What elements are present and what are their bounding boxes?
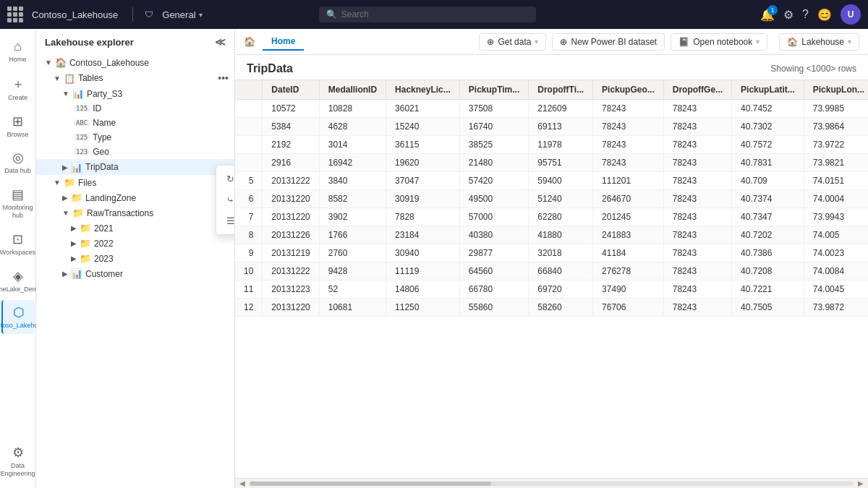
table-header-row: DateID MedallionID HackneyLic... PickupT…: [235, 80, 868, 100]
lakehouse-chevron: ▾: [848, 38, 851, 46]
tree-item-rawtransactions[interactable]: ▼ 📁 RawTransactions: [36, 205, 234, 221]
tree-item-2023[interactable]: ▶ 📁 2023: [36, 251, 234, 266]
get-data-button[interactable]: ⊕ Get data ▾: [479, 33, 546, 51]
table-cell: 37047: [386, 172, 460, 190]
table-cell: 111201: [593, 172, 664, 190]
tree-item-customer[interactable]: ▶ 📊 Customer: [36, 266, 234, 281]
tree-item-party-s3[interactable]: ▼ 📊 Party_S3: [36, 86, 234, 101]
sidebar-item-home[interactable]: ⌂ Home: [1, 35, 35, 68]
col-pickuptime[interactable]: PickupTim...: [459, 80, 528, 100]
table-cell: 78243: [593, 154, 664, 172]
tree-item-tables[interactable]: ▼ 📋 Tables •••: [36, 70, 234, 86]
table-row: 9201312192760309402987732018411847824340…: [235, 244, 868, 262]
sidebar-item-datahub[interactable]: ◎ Data hub: [1, 145, 35, 179]
tree-item-files[interactable]: ▼ 📁 Files: [36, 175, 234, 190]
table-cell: 74.0023: [804, 244, 868, 262]
table-row: 1220131220106811125055860582607670678243…: [235, 299, 868, 317]
col-pickuplon[interactable]: PickupLon...: [804, 80, 868, 100]
tree-item-landingzone[interactable]: ▶ 📁 LandingZone: [36, 190, 234, 205]
sidebar-item-workspaces[interactable]: ⊡ Workspaces: [1, 227, 35, 261]
table-cell: 64560: [459, 262, 528, 281]
table-cell: [235, 136, 263, 154]
settings-icon[interactable]: ⚙: [783, 8, 793, 22]
waffle-icon[interactable]: [7, 7, 23, 22]
col-hackney[interactable]: HackneyLic...: [386, 80, 460, 100]
table-container[interactable]: DateID MedallionID HackneyLic... PickupT…: [235, 80, 868, 478]
avatar[interactable]: U: [841, 4, 861, 25]
sidebar-item-onelake[interactable]: ◈ OneLake_Demo: [1, 264, 35, 298]
shield-icon: 🛡: [145, 9, 153, 20]
table-cell: 40.7208: [732, 262, 804, 281]
collapse-button[interactable]: ≪: [215, 36, 226, 48]
search-bar[interactable]: 🔍: [319, 7, 536, 22]
context-menu-properties[interactable]: ☰ Properties: [216, 210, 235, 231]
table-cell: 38525: [459, 136, 528, 154]
table-cell: 7: [235, 208, 263, 226]
notification-icon[interactable]: 🔔 1: [760, 8, 775, 22]
table-cell: 74.005: [804, 226, 868, 244]
year-2023-label: 2023: [94, 254, 229, 264]
year-2022-label: 2022: [94, 239, 229, 249]
2022-icon: 📁: [80, 238, 91, 249]
table-cell: 73.9985: [804, 100, 868, 118]
context-menu-new-shortcut[interactable]: ⤷ New shortcut: [216, 189, 235, 210]
scroll-right-arrow[interactable]: ▶: [858, 479, 864, 487]
tree-item-root[interactable]: ▼ 🏠 Contoso_Lakehouse: [36, 55, 234, 70]
files-label: Files: [78, 178, 229, 188]
table-cell: 15240: [386, 118, 460, 136]
table-cell: 78243: [663, 154, 731, 172]
new-powerbi-button[interactable]: ⊕ New Power BI dataset: [552, 33, 665, 51]
table-cell: 30940: [386, 244, 460, 262]
table-cell: 1766: [319, 226, 386, 244]
row-count: Showing <1000> rows: [770, 64, 856, 74]
tree-item-2021[interactable]: ▶ 📁 2021: [36, 221, 234, 236]
files-chevron: ▼: [54, 179, 61, 187]
table-cell: 37508: [459, 100, 528, 118]
col-pickupgeo[interactable]: PickupGeo...: [593, 80, 664, 100]
context-menu-refresh[interactable]: ↻ Refresh: [216, 168, 235, 189]
files-icon: 📁: [64, 177, 75, 188]
2021-chevron: ▶: [71, 224, 77, 232]
browse-icon: ⊞: [12, 114, 23, 129]
col-pickuplat[interactable]: PickupLatit...: [732, 80, 804, 100]
scroll-track[interactable]: [250, 481, 854, 486]
tree-item-field-geo: 123 Geo: [36, 145, 234, 159]
tab-home[interactable]: Home: [263, 33, 304, 51]
table-cell: 14806: [386, 281, 460, 299]
sidebar-item-create[interactable]: ＋ Create: [1, 71, 35, 106]
table-cell: 10828: [319, 100, 386, 118]
open-notebook-button[interactable]: 📓 Open notebook ▾: [671, 33, 767, 51]
table-row: 7201312203902782857000622802012457824340…: [235, 208, 868, 226]
col-medallionid[interactable]: MedallionID: [319, 80, 386, 100]
sidebar-item-dataeng[interactable]: ⚙ Data Engineering: [1, 440, 35, 482]
topbar-right: 🔔 1 ⚙ ? 😊 U: [760, 4, 861, 25]
tree-item-2022[interactable]: ▶ 📁 2022: [36, 236, 234, 251]
tables-more-button[interactable]: •••: [218, 72, 229, 84]
sidebar-item-monitoring[interactable]: ▤ Monitoring hub: [1, 182, 35, 224]
horizontal-scrollbar[interactable]: ◀ ▶: [235, 478, 868, 488]
col-dropofftime[interactable]: DropoffTi...: [529, 80, 593, 100]
scroll-thumb[interactable]: [250, 481, 491, 486]
table-cell: 73.9722: [804, 136, 868, 154]
refresh-icon: ↻: [226, 174, 234, 184]
tree-item-tripdata[interactable]: ▶ 📊 TripData •••: [36, 159, 234, 175]
col-dateid[interactable]: DateID: [263, 80, 319, 100]
landingzone-chevron: ▶: [62, 194, 68, 202]
rawtransactions-label: RawTransactions: [87, 208, 229, 218]
col-dropoffgeo[interactable]: DropoffGe...: [663, 80, 731, 100]
table-cell: 12: [235, 299, 263, 317]
search-input[interactable]: [341, 9, 529, 20]
scroll-left-arrow[interactable]: ◀: [239, 479, 245, 487]
table-cell: 95751: [529, 154, 593, 172]
workspace-name[interactable]: General ▾: [162, 9, 202, 20]
sidebar-item-contoso[interactable]: ⬡ Contoso_Lakehouse: [1, 300, 35, 334]
tripdata-icon: 📊: [71, 162, 82, 173]
user-icon[interactable]: 😊: [817, 8, 832, 22]
get-data-chevron: ▾: [535, 38, 538, 46]
sidebar-item-browse[interactable]: ⊞ Browse: [1, 109, 35, 143]
table-row: 291616942196202148095751782437824340.783…: [235, 154, 868, 172]
table-cell: 19620: [386, 154, 460, 172]
help-icon[interactable]: ?: [802, 8, 809, 21]
lakehouse-button[interactable]: 🏠 Lakehouse ▾: [779, 33, 859, 51]
rawtransactions-chevron: ▼: [62, 209, 69, 217]
